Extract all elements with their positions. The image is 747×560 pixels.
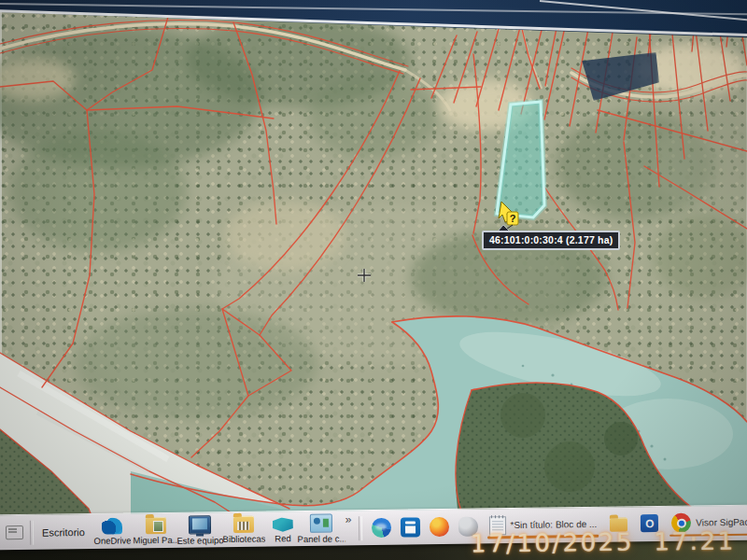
store-icon[interactable]	[400, 517, 419, 537]
photo-frame: ? 46:101:0:0:30:4 (2.177 ha) Escritorio	[0, 0, 747, 560]
network-icon	[273, 515, 293, 532]
parcel-tooltip: 46:101:0:0:30:4 (2.177 ha)	[482, 231, 620, 250]
shortcut-this-pc[interactable]: Este equipo	[178, 515, 222, 546]
firefox-icon[interactable]	[429, 517, 448, 537]
taskbar-separator	[358, 516, 361, 540]
onedrive-icon	[102, 517, 122, 534]
this-pc-icon	[189, 515, 211, 534]
selected-parcel[interactable]	[497, 102, 544, 217]
shortcut-label: Panel de c...	[297, 533, 345, 544]
shortcut-label: Bibliotecas	[222, 533, 265, 544]
parcel-tooltip-text: 46:101:0:0:30:4 (2.177 ha)	[489, 234, 613, 245]
shortcut-libraries[interactable]: Bibliotecas	[222, 515, 266, 544]
libraries-icon	[233, 515, 254, 532]
shortcut-label: Red	[275, 533, 291, 543]
map-overlay-svg: ?	[0, 0, 747, 534]
toolbar-overflow-chevron[interactable]: »	[345, 511, 352, 525]
map-viewport[interactable]: ? 46:101:0:0:30:4 (2.177 ha)	[0, 0, 747, 534]
photo-timestamp: 17/10/2025 17:21	[471, 527, 736, 558]
desktop-preview-icon[interactable]	[6, 525, 23, 539]
control-panel-icon	[310, 513, 332, 532]
shortcut-label: Miguel Pa...	[133, 534, 179, 545]
shortcut-control-panel[interactable]: Panel de c...	[300, 513, 344, 544]
shortcut-network[interactable]: Red	[266, 515, 300, 543]
edge-icon[interactable]	[371, 518, 390, 538]
toolbar-title: Escritorio	[42, 526, 85, 539]
crosshair-icon	[358, 269, 371, 282]
shortcut-label: Este equipo	[176, 535, 223, 546]
shortcut-user-folder[interactable]: Miguel Pa...	[134, 516, 178, 545]
taskbar-separator	[30, 520, 34, 544]
shortcut-label: OneDrive	[93, 535, 131, 546]
query-glyph: ?	[510, 213, 516, 224]
shortcut-onedrive[interactable]: OneDrive	[91, 517, 134, 546]
window-label: Visor SigPac V 4.18 ...	[696, 516, 747, 527]
user-folder-icon	[146, 516, 166, 533]
